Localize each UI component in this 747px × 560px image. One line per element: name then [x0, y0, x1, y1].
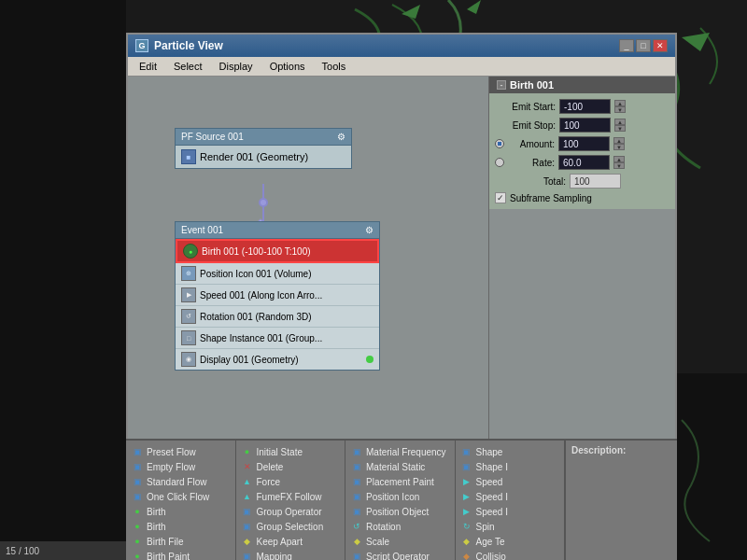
birth-lib-label: Birth — [147, 507, 166, 517]
lib-item-force[interactable]: ▲ Force — [238, 474, 344, 489]
pf-source-node[interactable]: PF Source 001 ⚙ ■ Render 001 (Geometry) — [175, 128, 352, 169]
render-row[interactable]: ■ Render 001 (Geometry) — [176, 146, 351, 168]
birth-paint-label: Birth Paint — [147, 552, 190, 561]
lib-item-speed-i2[interactable]: ▶ Speed I — [458, 504, 563, 519]
lib-item-standard-flow[interactable]: ▣ Standard Flow — [128, 474, 233, 489]
minimize-button[interactable]: _ — [619, 39, 634, 52]
menu-bar: Edit Select Display Options Tools — [128, 57, 675, 77]
speed-i2-label: Speed I — [476, 507, 508, 517]
title-bar: G Particle View _ □ ✕ — [128, 35, 675, 57]
birth-paint-icon: ● — [131, 550, 144, 560]
menu-select[interactable]: Select — [166, 59, 210, 74]
lib-item-script-operator[interactable]: ▣ Script Operator — [347, 549, 453, 560]
birth2-lib-icon: ● — [131, 520, 144, 533]
placement-paint-icon: ▣ — [350, 475, 363, 488]
collisio-label: Collisio — [476, 552, 506, 561]
age-te-label: Age Te — [476, 537, 505, 547]
emit-stop-up[interactable]: ▲ — [614, 119, 626, 125]
lib-item-group-operator[interactable]: ▣ Group Operator — [238, 504, 344, 519]
event-row-shape[interactable]: □ Shape Instance 001 (Group... — [176, 328, 379, 349]
event-row-speed[interactable]: ▶ Speed 001 (Along Icon Arro... — [176, 285, 379, 306]
lib-item-shape[interactable]: ▣ Shape — [458, 444, 563, 459]
lib-item-initial-state[interactable]: ● Initial State — [238, 444, 344, 459]
scale-label: Scale — [366, 537, 389, 547]
event-body: ● Birth 001 (-100-100 T:100) ⊕ Position … — [175, 239, 380, 371]
event-row-birth[interactable]: ● Birth 001 (-100-100 T:100) — [176, 239, 379, 263]
speed-icon: ▶ — [181, 287, 196, 302]
script-operator-label: Script Operator — [366, 552, 430, 561]
rotation-lib-icon: ↺ — [350, 520, 363, 533]
lib-item-empty-flow[interactable]: ▣ Empty Flow — [128, 459, 233, 474]
mapping-icon: ▣ — [241, 550, 254, 560]
lib-item-spin[interactable]: ↻ Spin — [458, 519, 563, 534]
total-input[interactable] — [570, 174, 621, 189]
lib-item-scale[interactable]: ◆ Scale — [347, 534, 453, 549]
delete-icon: ✕ — [241, 460, 254, 473]
lib-item-birth-paint[interactable]: ● Birth Paint — [128, 549, 233, 560]
menu-tools[interactable]: Tools — [315, 59, 354, 74]
amount-down[interactable]: ▼ — [613, 144, 625, 150]
menu-display[interactable]: Display — [212, 59, 261, 74]
lib-item-one-click-flow[interactable]: ▣ One Click Flow — [128, 489, 233, 504]
emit-start-down[interactable]: ▼ — [614, 106, 626, 113]
maximize-button[interactable]: □ — [636, 39, 651, 52]
lib-item-speed-i[interactable]: ▶ Speed I — [458, 489, 563, 504]
lib-item-collisio[interactable]: ◆ Collisio — [458, 549, 563, 560]
rate-up[interactable]: ▲ — [613, 156, 625, 162]
lib-item-mapping[interactable]: ▣ Mapping — [238, 549, 344, 560]
birth-file-label: Birth File — [147, 537, 183, 547]
amount-radio[interactable] — [495, 139, 504, 148]
emit-start-input[interactable] — [559, 99, 611, 114]
menu-edit[interactable]: Edit — [132, 59, 164, 74]
event-title: Event 001 — [181, 225, 223, 235]
amount-input[interactable] — [558, 136, 610, 151]
rate-row: Rate: ▲ ▼ — [495, 155, 669, 170]
subframe-checkbox[interactable]: ✓ — [495, 192, 506, 203]
title-controls: _ □ ✕ — [619, 39, 668, 52]
event-node[interactable]: Event 001 ⚙ ● Birth 001 (-100-100 T:100) — [175, 221, 380, 371]
collisio-icon: ◆ — [460, 550, 473, 560]
panel-minus[interactable]: - — [497, 80, 506, 90]
lib-item-birth-2[interactable]: ● Birth — [128, 519, 233, 534]
total-row: Total: — [495, 174, 669, 189]
position-icon-lib-icon: ▣ — [350, 490, 363, 503]
rotation-icon: ↺ — [181, 309, 196, 324]
lib-item-birth[interactable]: ● Birth — [128, 504, 233, 519]
lib-item-preset-flow[interactable]: ▣ Preset Flow — [128, 444, 233, 459]
lib-item-fumefx[interactable]: ▲ FumeFX Follow — [238, 489, 344, 504]
spin-icon: ↻ — [460, 520, 473, 533]
lib-item-rotation[interactable]: ↺ Rotation — [347, 519, 453, 534]
close-button[interactable]: ✕ — [653, 39, 668, 52]
menu-options[interactable]: Options — [262, 59, 313, 74]
emit-stop-row: Emit Stop: ▲ ▼ — [495, 118, 669, 133]
event-row-display[interactable]: ◉ Display 001 (Geometry) — [176, 349, 379, 370]
lib-item-material-static[interactable]: ▣ Material Static — [347, 459, 453, 474]
rate-input[interactable] — [558, 155, 610, 170]
lib-item-keep-apart[interactable]: ◆ Keep Apart — [238, 534, 344, 549]
lib-item-shape-i[interactable]: ▣ Shape I — [458, 459, 563, 474]
keep-apart-icon: ◆ — [241, 535, 254, 548]
amount-up[interactable]: ▲ — [613, 137, 625, 144]
emit-start-up[interactable]: ▲ — [614, 100, 626, 106]
rate-radio[interactable] — [495, 158, 504, 167]
event-row-rotation[interactable]: ↺ Rotation 001 (Random 3D) — [176, 306, 379, 328]
event-row-position-icon[interactable]: ⊕ Position Icon 001 (Volume) — [176, 263, 379, 285]
rotation-label: Rotation 001 (Random 3D) — [200, 312, 312, 322]
amount-row: Amount: ▲ ▼ — [495, 136, 669, 151]
lib-item-group-selection[interactable]: ▣ Group Selection — [238, 519, 344, 534]
birth-icon: ● — [183, 244, 198, 259]
lib-item-delete[interactable]: ✕ Delete — [238, 459, 344, 474]
emit-stop-input[interactable] — [559, 118, 611, 133]
lib-item-position-object[interactable]: ▣ Position Object — [347, 504, 453, 519]
lib-item-speed[interactable]: ▶ Speed — [458, 474, 563, 489]
lib-item-material-freq[interactable]: ▣ Material Frequency — [347, 444, 453, 459]
emit-stop-down[interactable]: ▼ — [614, 125, 626, 132]
age-te-icon: ◆ — [460, 535, 473, 548]
lib-item-position-icon[interactable]: ▣ Position Icon — [347, 489, 453, 504]
lib-item-birth-file[interactable]: ● Birth File — [128, 534, 233, 549]
lib-item-age-te[interactable]: ◆ Age Te — [458, 534, 563, 549]
subframe-row: ✓ Subframe Sampling — [495, 192, 669, 203]
rate-down[interactable]: ▼ — [613, 162, 625, 169]
birth-params: Emit Start: ▲ ▼ Emit Stop: ▲ ▼ — [489, 93, 675, 209]
lib-item-placement-paint[interactable]: ▣ Placement Paint — [347, 474, 453, 489]
